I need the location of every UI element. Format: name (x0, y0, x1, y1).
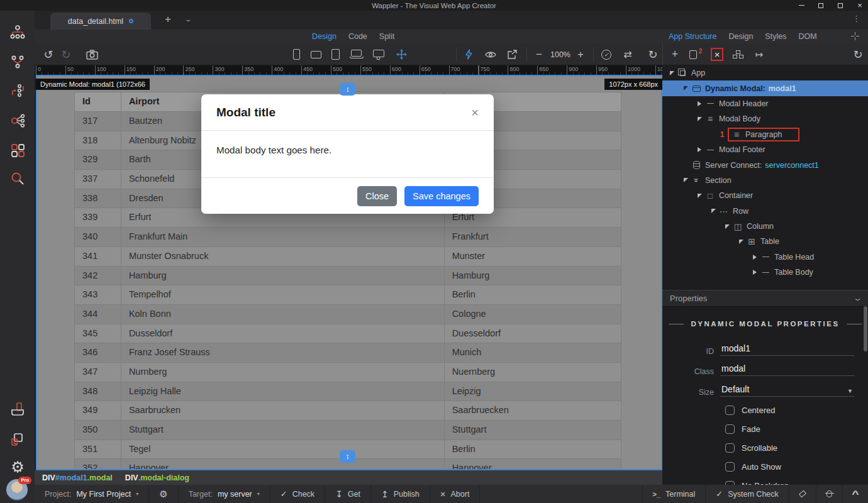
connections-icon[interactable] (9, 112, 26, 130)
tree-item-modal-footer[interactable]: Modal Footer (662, 142, 868, 157)
panel-tab-design[interactable]: Design (728, 32, 753, 41)
tree-expand-arrow-icon[interactable] (695, 194, 704, 198)
components-package-icon[interactable] (729, 43, 748, 65)
tree-item-table[interactable]: ⊞Table (662, 234, 868, 249)
tree-item-container[interactable]: □Container (662, 188, 868, 203)
property-input-class[interactable]: modal (720, 363, 854, 376)
breadcrumb-item-0[interactable]: DIV#modal1.modal (42, 473, 113, 482)
duplicate-icon[interactable]: 2 (687, 43, 704, 65)
actions-lightning-icon[interactable] (460, 43, 477, 65)
checkbox-unchecked[interactable] (725, 424, 735, 434)
device-tablet-icon[interactable] (328, 43, 343, 65)
fullscreen-icon[interactable] (836, 1, 845, 10)
tree-expand-arrow-icon[interactable] (737, 240, 745, 244)
tree-item-column[interactable]: ◫Column (662, 219, 868, 234)
zoom-in-icon[interactable]: + (573, 43, 588, 65)
checkbox-unchecked[interactable] (725, 462, 735, 472)
sitemap-icon[interactable] (9, 24, 26, 41)
device-phone-icon[interactable] (289, 43, 304, 65)
tree-item-section[interactable]: »Section (662, 173, 868, 188)
tree-expand-arrow-icon[interactable] (695, 101, 704, 106)
tree-item-table-body[interactable]: Table Body (662, 265, 868, 280)
eraser-button[interactable] (789, 485, 816, 503)
project-selector[interactable]: Project:My First Project▾ (35, 485, 149, 503)
tree-expand-arrow-icon[interactable] (695, 117, 704, 121)
tab-list-chevron-icon[interactable]: ⌄ (184, 16, 192, 23)
tree-expand-arrow-icon[interactable] (681, 86, 690, 91)
tree-expand-arrow-icon[interactable] (723, 224, 732, 229)
properties-header[interactable]: Properties ⌄ (662, 290, 868, 307)
validate-check-icon[interactable]: ✓ (597, 43, 616, 65)
preview-eye-icon[interactable] (481, 43, 500, 65)
publish-button[interactable]: Publish (371, 485, 430, 503)
open-in-browser-icon[interactable] (503, 43, 521, 65)
panel-tab-app-structure[interactable]: App Structure (669, 32, 716, 41)
tab-data-detail[interactable]: data_detail.html (50, 13, 151, 30)
check-button[interactable]: Check (270, 485, 325, 503)
checkbox-unchecked[interactable] (725, 406, 735, 415)
abort-button[interactable]: Abort (430, 485, 481, 503)
overflow-menu-icon[interactable]: ⋮ (852, 14, 860, 23)
checkbox-unchecked[interactable] (725, 443, 735, 453)
tree-expand-arrow-icon[interactable] (681, 178, 690, 182)
resize-handle-top[interactable]: ↕ (340, 83, 355, 96)
move-into-icon[interactable]: ↦ (750, 43, 768, 65)
device-desktop-icon[interactable] (369, 43, 388, 65)
view-tab-split[interactable]: Split (379, 32, 394, 41)
property-input-id[interactable]: modal1 (720, 343, 854, 356)
close-window-icon[interactable]: × (855, 1, 864, 10)
view-tab-design[interactable]: Design (312, 32, 337, 41)
settings-gear-icon[interactable]: ⚙ (9, 458, 26, 476)
maximize-icon[interactable] (816, 1, 825, 10)
collapse-button[interactable] (842, 485, 868, 503)
tree-item-app[interactable]: App (662, 65, 868, 80)
redo-icon[interactable]: ↻ (57, 43, 75, 65)
property-select-size[interactable]: Default▼ (720, 384, 854, 397)
tree-item-table-head[interactable]: Table Head (662, 250, 868, 265)
install-icon[interactable] (9, 401, 26, 418)
modal-close-icon[interactable]: × (471, 106, 479, 119)
breadcrumb-item-1[interactable]: DIV.modal-dialog (125, 473, 189, 482)
workflow-icon[interactable] (9, 82, 26, 100)
tree-expand-arrow-icon[interactable] (750, 255, 759, 260)
debug-button[interactable] (816, 485, 842, 503)
zoom-out-icon[interactable]: − (531, 43, 547, 65)
view-tab-code[interactable]: Code (348, 32, 367, 41)
tree-expand-arrow-icon[interactable] (667, 71, 676, 75)
zoom-level[interactable]: 100% (547, 43, 574, 65)
branch-icon[interactable] (9, 53, 26, 71)
tree-item-server-connect[interactable]: Server Connect:serverconnect1 (662, 157, 868, 172)
add-element-button[interactable]: + (666, 43, 684, 65)
search-icon[interactable] (9, 170, 26, 187)
tree-expand-arrow-icon[interactable] (750, 270, 759, 275)
collapse-panel-icon[interactable] (851, 32, 859, 40)
tree-item-paragraph[interactable]: 1≡Paragraph (662, 127, 868, 142)
screenshot-camera-icon[interactable] (82, 43, 101, 65)
tree-item-modal-body[interactable]: ≡Modal Body (662, 111, 868, 126)
device-tablet-landscape-icon[interactable] (308, 43, 324, 65)
panel-tab-dom[interactable]: DOM (798, 32, 816, 41)
extensions-icon[interactable] (9, 430, 26, 448)
panel-refresh-icon[interactable]: ↻ (849, 43, 867, 65)
target-selector[interactable]: Target:my server▾ (179, 485, 270, 503)
properties-scrollbar[interactable] (864, 306, 867, 351)
tree-item-dynamic-modal[interactable]: Dynamic Modal:modal1 (662, 80, 868, 96)
undo-icon[interactable]: ↺ (40, 43, 57, 65)
blocks-icon[interactable] (9, 141, 26, 159)
modal-save-button[interactable]: Save changes (404, 186, 479, 206)
minimize-icon[interactable] (797, 1, 806, 10)
refresh-icon[interactable]: ↻ (643, 43, 662, 65)
tree-item-modal-header[interactable]: Modal Header (662, 96, 868, 111)
resize-handle-bottom[interactable]: ↕ (340, 450, 355, 463)
move-tool-icon[interactable] (392, 43, 411, 65)
avatar[interactable]: Pro (6, 479, 28, 500)
delete-element-icon[interactable]: × (708, 43, 726, 65)
new-tab-button[interactable]: + (165, 13, 171, 26)
system-check-button[interactable]: System Check (705, 485, 789, 503)
panel-tab-styles[interactable]: Styles (765, 32, 786, 41)
project-settings[interactable] (149, 485, 178, 503)
sync-swap-icon[interactable]: ⇄ (618, 43, 637, 65)
tree-expand-arrow-icon[interactable] (695, 147, 704, 152)
modal-close-button[interactable]: Close (357, 186, 397, 206)
get-button[interactable]: Get (325, 485, 371, 503)
